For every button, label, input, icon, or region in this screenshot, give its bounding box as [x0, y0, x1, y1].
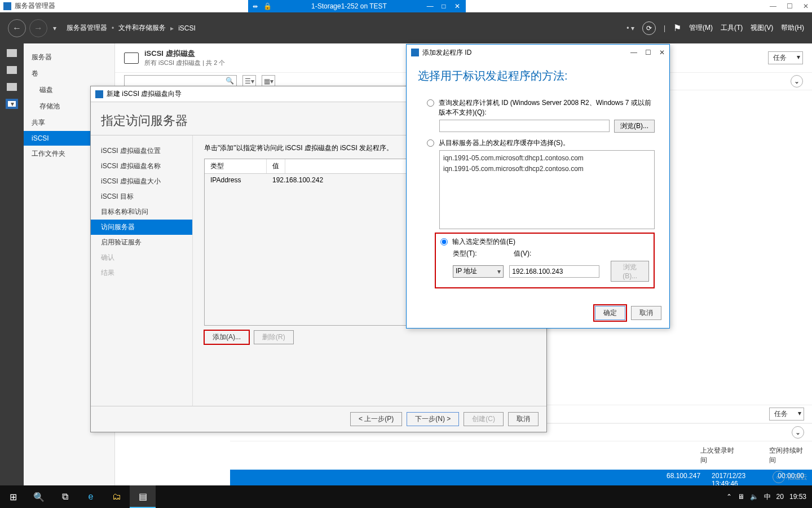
expand-icon-2[interactable]: ⌄ — [792, 426, 804, 439]
session-row[interactable]: 68.100.247 2017/12/23 13:49:46 00:00:00 — [230, 470, 812, 485]
min-icon[interactable]: — — [770, 2, 776, 10]
vm-restore-icon[interactable]: □ — [440, 2, 448, 10]
dlg-max-icon[interactable]: ☐ — [645, 49, 651, 56]
wiz-step-size[interactable]: iSCSI 虚拟磁盘大小 — [91, 174, 192, 189]
vm-close-icon[interactable]: ✕ — [453, 2, 461, 10]
add-button[interactable]: 添加(A)... — [204, 330, 249, 344]
rail-all-icon[interactable] — [7, 83, 17, 91]
dlg-close-icon[interactable]: ✕ — [659, 49, 665, 56]
watermark-text: 亿速云 — [787, 472, 807, 482]
query-input[interactable] — [439, 120, 610, 132]
menu-help[interactable]: 帮助(H) — [781, 23, 804, 33]
rail-local-icon[interactable] — [7, 66, 17, 74]
tray-display-icon[interactable]: 🖥 — [738, 493, 744, 501]
tray-up-icon[interactable]: ⌃ — [726, 493, 732, 501]
type-label: 类型(T): — [453, 249, 508, 259]
tray-volume-icon[interactable]: 🔈 — [750, 493, 758, 501]
type-select[interactable]: IP 地址 — [453, 265, 504, 278]
session-ip: 68.100.247 — [667, 472, 700, 485]
pin-icon[interactable]: ⇹ — [253, 3, 258, 10]
close-icon[interactable]: ✕ — [803, 2, 809, 10]
vm-min-icon[interactable]: — — [426, 2, 434, 10]
max-icon[interactable]: ☐ — [787, 2, 793, 10]
tasks-dropdown[interactable]: 任务 — [768, 51, 803, 64]
left-rail — [0, 43, 24, 485]
opt-cache-radio[interactable] — [427, 139, 434, 147]
wiz-step-auth[interactable]: 启用验证服务 — [91, 235, 192, 250]
menu-view[interactable]: 视图(V) — [751, 23, 773, 33]
browse-button-1[interactable]: 浏览(B)... — [614, 120, 655, 133]
crumb-1[interactable]: 服务器管理器 — [67, 23, 107, 33]
value-input[interactable] — [509, 265, 599, 278]
create-button: 创建(C) — [464, 412, 504, 426]
rail-dashboard-icon[interactable] — [7, 49, 17, 57]
notifications-flag-icon[interactable]: ⚑ — [673, 23, 681, 33]
wiz-step-result: 结果 — [91, 265, 192, 281]
tasks-dropdown-2[interactable]: 任务 — [769, 408, 804, 421]
ok-button[interactable]: 确定 — [595, 306, 625, 320]
wizard-nav: iSCSI 虚拟磁盘位置 iSCSI 虚拟磁盘名称 iSCSI 虚拟磁盘大小 i… — [91, 135, 192, 406]
rail-storage-icon[interactable] — [7, 100, 17, 108]
list-item[interactable]: iqn.1991-05.com.microsoft:dhcp1.contoso.… — [443, 153, 651, 164]
content-subtitle: 所有 iSCSI 虚拟磁盘 | 共 2 个 — [144, 59, 225, 67]
crumb-2[interactable]: 文件和存储服务 — [118, 23, 166, 33]
toolbar: ← → ▾ 服务器管理器• 文件和存储服务▸ iSCSI • ▾ ⟳ | ⚑ 管… — [0, 12, 812, 43]
servermanager-icon[interactable]: ▤ — [130, 485, 156, 508]
explorer-icon[interactable]: 🗂 — [104, 485, 130, 508]
prev-button[interactable]: < 上一步(P) — [350, 412, 402, 426]
sidebar-item-servers[interactable]: 服务器 — [24, 49, 114, 65]
sidebar-item-volumes[interactable]: 卷 — [24, 65, 114, 82]
taskbar: ⊞ 🔍 ⧉ e 🗂 ▤ ⌃ 🖥 🔈 中 20 19:53 — [0, 485, 812, 508]
wiz-step-location[interactable]: iSCSI 虚拟磁盘位置 — [91, 143, 192, 159]
value-label: 值(V): — [514, 249, 531, 259]
wizard-icon — [95, 90, 103, 98]
initiator-dialog: 添加发起程序 ID — ☐ ✕ 选择用于标识发起程序的方法: 查询发起程序计算机… — [406, 44, 670, 329]
vm-connection-bar: ⇹ 🔒 1-Storage1-252 on TEST — □ ✕ — [248, 0, 466, 12]
search-icon[interactable]: 🔍 — [26, 485, 52, 508]
tray-time[interactable]: 19:53 — [789, 493, 806, 501]
browse-button-2: 浏览(B)... — [611, 261, 649, 282]
col-last-login: 上次登录时间 — [700, 446, 735, 465]
back-button[interactable]: ← — [8, 19, 26, 37]
dlg-min-icon[interactable]: — — [630, 49, 637, 56]
start-button[interactable]: ⊞ — [0, 485, 26, 508]
remove-button: 删除(R) — [254, 330, 294, 344]
wiz-step-access[interactable]: 访问服务器 — [91, 220, 192, 235]
watermark-icon: ∞ — [773, 471, 785, 483]
app-title: 服务器管理器 — [15, 1, 55, 11]
menu-manage[interactable]: 管理(M) — [689, 23, 713, 33]
content-title: iSCSI 虚拟磁盘 — [144, 49, 225, 59]
dropdown-icon[interactable]: ▾ — [53, 24, 56, 32]
cache-listbox[interactable]: iqn.1991-05.com.microsoft:dhcp1.contoso.… — [439, 150, 655, 229]
menu-tools[interactable]: 工具(T) — [721, 23, 743, 33]
col-type[interactable]: 类型 — [205, 159, 267, 173]
opt-enter-radio[interactable] — [440, 238, 448, 246]
tray-ime[interactable]: 中 — [764, 492, 771, 502]
wiz-step-name[interactable]: iSCSI 虚拟磁盘名称 — [91, 159, 192, 174]
expand-icon[interactable]: ⌄ — [791, 75, 803, 87]
wiz-step-target[interactable]: iSCSI 目标 — [91, 189, 192, 204]
tray-num: 20 — [776, 493, 784, 501]
breadcrumb: 服务器管理器• 文件和存储服务▸ iSCSI — [67, 23, 196, 33]
crumb-3[interactable]: iSCSI — [178, 24, 196, 32]
folder-icon — [124, 52, 139, 64]
watermark: ∞ 亿速云 — [773, 471, 807, 483]
wiz-step-targetname[interactable]: 目标名称和访问 — [91, 204, 192, 220]
col-value[interactable]: 值 — [267, 159, 285, 173]
ie-icon[interactable]: e — [78, 485, 104, 508]
app-icon — [3, 2, 11, 10]
next-button[interactable]: 下一步(N) > — [407, 412, 459, 426]
cell-type: IPAddress — [205, 174, 267, 186]
opt-query-radio[interactable] — [427, 99, 434, 107]
list-item[interactable]: iqn.1991-05.com.microsoft:dhcp2.contoso.… — [443, 164, 651, 174]
initiator-title: 添加发起程序 ID — [422, 48, 471, 58]
highlighted-option: 输入选定类型的值(E) 类型(T): 值(V): IP 地址 浏览(B)... — [435, 233, 655, 288]
opt-cache-label: 从目标服务器上的发起程序缓存中选择(S)。 — [439, 138, 655, 148]
cancel-button-2[interactable]: 取消 — [631, 306, 661, 320]
history-dropdown-icon[interactable]: • ▾ — [626, 24, 634, 32]
refresh-icon[interactable]: ⟳ — [642, 21, 656, 35]
cancel-button[interactable]: 取消 — [508, 412, 539, 426]
taskview-icon[interactable]: ⧉ — [52, 485, 78, 508]
initiator-heading: 选择用于标识发起程序的方法: — [407, 60, 669, 87]
wizard-title: 新建 iSCSI 虚拟磁盘向导 — [107, 89, 182, 99]
